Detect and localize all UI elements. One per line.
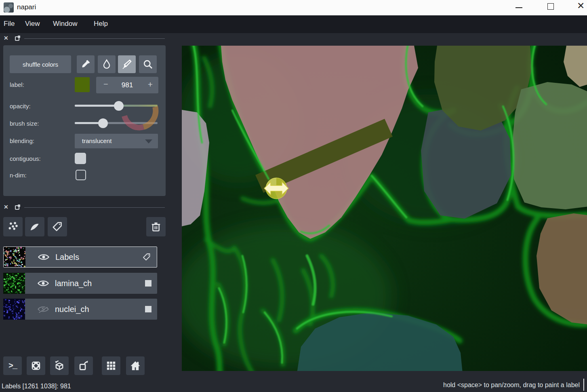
layer-controls-panel: shuffle colors label: − 981 + opacity: b… xyxy=(3,45,166,196)
menu-bar: File View Window Help xyxy=(0,15,587,33)
blending-value: translucent xyxy=(82,137,112,144)
panel-divider xyxy=(24,38,165,39)
status-coordinates: Labels [1261 1038]: 981 xyxy=(2,383,71,390)
minimize-button[interactable] xyxy=(510,0,528,14)
ndim-checkbox[interactable] xyxy=(76,170,86,180)
transpose-dimensions-button[interactable] xyxy=(74,356,93,375)
contiguous-label: contiguous: xyxy=(10,155,41,162)
microscopy-image xyxy=(182,46,587,371)
menu-help[interactable]: Help xyxy=(94,20,108,28)
brush-size-slider-handle[interactable] xyxy=(98,118,108,128)
maximize-icon xyxy=(547,3,554,10)
layer-row-nuclei-ch[interactable]: nuclei_ch xyxy=(3,299,157,320)
console-button[interactable]: >_ xyxy=(3,356,22,375)
visibility-toggle[interactable] xyxy=(37,279,49,288)
opacity-label: opacity: xyxy=(10,103,31,110)
visibility-toggle[interactable] xyxy=(37,305,49,314)
visibility-toggle[interactable] xyxy=(38,253,50,261)
label-increment-button[interactable]: + xyxy=(148,80,153,89)
paintbrush-icon xyxy=(122,59,132,70)
droplet-icon xyxy=(102,59,112,70)
eye-slash-icon xyxy=(37,305,49,314)
napari-app-icon xyxy=(4,2,14,13)
labels-layer-type-icon xyxy=(142,253,151,261)
paintbrush-tool-button[interactable] xyxy=(118,55,136,73)
layer-thumbnail xyxy=(3,299,25,320)
shapes-icon xyxy=(29,221,40,232)
panel-divider xyxy=(24,207,165,208)
fill-tool-button[interactable] xyxy=(98,55,116,73)
pan-zoom-tool-button[interactable] xyxy=(139,55,157,73)
image-layer-type-icon xyxy=(145,306,151,312)
delete-layer-button[interactable] xyxy=(146,217,166,236)
layer-name: nuclei_ch xyxy=(55,305,89,314)
maximize-button[interactable] xyxy=(541,0,560,14)
add-labels-layer-button[interactable] xyxy=(48,217,67,236)
float-panel-icon[interactable] xyxy=(15,36,19,41)
window-title: napari xyxy=(17,3,36,11)
blending-label: blending: xyxy=(10,137,34,144)
contiguous-checkbox[interactable] xyxy=(75,153,86,164)
tag-icon xyxy=(52,221,63,232)
brush-size-slider[interactable] xyxy=(75,122,158,124)
menu-file[interactable]: File xyxy=(4,20,15,28)
logo-ghost-tint xyxy=(120,105,158,107)
grid-view-button[interactable] xyxy=(102,356,120,375)
label-color-swatch[interactable] xyxy=(75,77,90,92)
ndim-label: n-dim: xyxy=(10,172,27,179)
status-help-text: hold <space> to pan/zoom, drag to paint … xyxy=(443,381,580,389)
close-button[interactable]: ✕ xyxy=(573,0,587,14)
rotate-cube-icon xyxy=(53,360,65,372)
title-bar: napari ✕ xyxy=(0,0,587,15)
label-region-sage xyxy=(512,82,587,209)
viewer-canvas[interactable] xyxy=(182,46,587,371)
eye-icon xyxy=(37,279,49,288)
magnifier-icon xyxy=(143,59,153,70)
dice-icon xyxy=(30,360,42,372)
grid-icon xyxy=(105,360,117,371)
points-icon xyxy=(7,221,19,232)
layer-row-labels[interactable]: Labels xyxy=(3,247,157,268)
label-spinbox: − 981 + xyxy=(96,77,158,93)
close-icon: ✕ xyxy=(577,0,585,11)
close-panel-icon[interactable]: ✕ xyxy=(4,35,8,41)
opacity-slider-handle[interactable] xyxy=(114,101,124,111)
color-picker-tool-button[interactable] xyxy=(77,55,95,73)
menu-view[interactable]: View xyxy=(25,20,40,28)
tag-icon xyxy=(142,253,151,261)
home-reset-view-button[interactable] xyxy=(126,356,145,375)
add-shapes-layer-button[interactable] xyxy=(25,217,44,236)
image-layer-type-icon xyxy=(145,280,151,287)
layer-thumbnail xyxy=(3,273,25,294)
layer-row-lamina-ch[interactable]: lamina_ch xyxy=(3,273,157,294)
brush-size-label: brush size: xyxy=(10,120,39,127)
eye-icon xyxy=(38,253,50,261)
label-row-label: label: xyxy=(10,81,24,88)
transpose-icon xyxy=(78,360,90,372)
eyedropper-icon xyxy=(80,59,91,70)
roll-dimensions-button[interactable] xyxy=(50,356,69,375)
opacity-slider[interactable] xyxy=(75,105,158,107)
trash-icon xyxy=(150,221,162,232)
toggle-ndisplay-button[interactable] xyxy=(27,356,45,375)
home-icon xyxy=(129,360,141,372)
float-panel-icon[interactable] xyxy=(15,205,19,210)
layer-name: Labels xyxy=(55,253,79,262)
close-panel-icon[interactable]: ✕ xyxy=(4,204,8,210)
minimize-icon xyxy=(515,7,522,8)
menu-window[interactable]: Window xyxy=(53,20,77,28)
blending-dropdown[interactable]: translucent xyxy=(75,134,158,148)
layer-name: lamina_ch xyxy=(55,279,92,288)
status-caret xyxy=(583,379,584,391)
chevron-down-icon xyxy=(145,139,152,143)
add-points-layer-button[interactable] xyxy=(3,217,23,236)
layer-thumbnail xyxy=(4,247,25,267)
opacity-slider-fill xyxy=(75,105,119,107)
console-icon: >_ xyxy=(8,361,17,371)
shuffle-colors-button[interactable]: shuffle colors xyxy=(10,55,71,73)
